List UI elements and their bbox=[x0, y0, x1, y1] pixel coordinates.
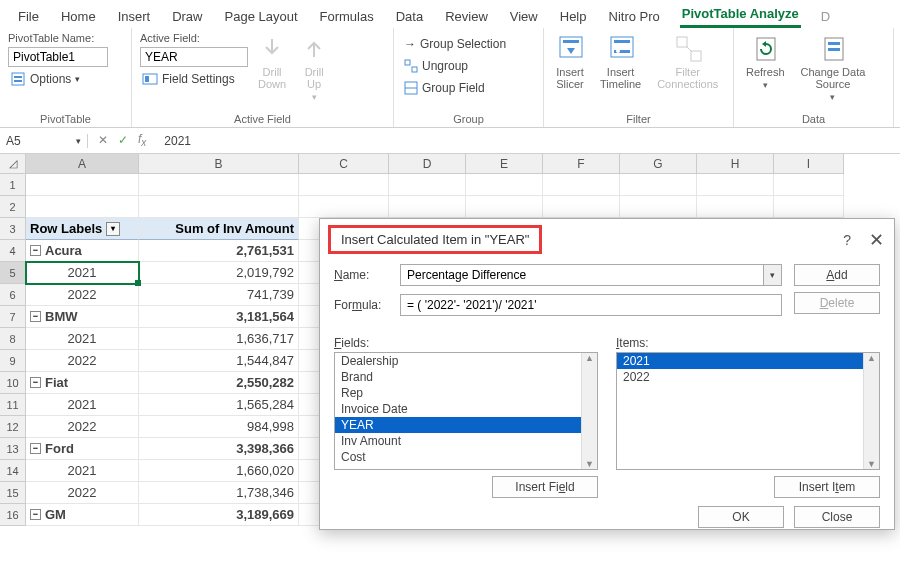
insert-slicer-button[interactable]: Insert Slicer bbox=[552, 32, 588, 113]
help-button[interactable]: ? bbox=[843, 232, 851, 248]
cell[interactable] bbox=[697, 196, 774, 218]
cell[interactable]: −Fiat bbox=[26, 372, 139, 394]
cell[interactable]: 984,998 bbox=[139, 416, 299, 438]
row-header-13[interactable]: 13 bbox=[0, 438, 26, 460]
cell[interactable]: 2022 bbox=[26, 416, 139, 438]
cell[interactable]: 2,761,531 bbox=[139, 240, 299, 262]
cell[interactable]: 2022 bbox=[26, 284, 139, 306]
cell[interactable]: −Acura bbox=[26, 240, 139, 262]
cell[interactable]: 2021 bbox=[26, 262, 139, 284]
tab-data[interactable]: Data bbox=[394, 7, 425, 28]
scrollbar[interactable]: ▲▼ bbox=[581, 353, 597, 469]
cell[interactable]: 2021 bbox=[26, 460, 139, 482]
add-button[interactable]: Add bbox=[794, 264, 880, 286]
cell[interactable]: −Ford bbox=[26, 438, 139, 460]
insert-timeline-button[interactable]: Insert Timeline bbox=[596, 32, 645, 113]
tab-cutoff[interactable]: D bbox=[819, 7, 832, 28]
list-item[interactable]: YEAR bbox=[335, 417, 597, 433]
row-header-10[interactable]: 10 bbox=[0, 372, 26, 394]
items-listbox[interactable]: 20212022▲▼ bbox=[616, 352, 880, 470]
row-header-14[interactable]: 14 bbox=[0, 460, 26, 482]
active-field-input[interactable] bbox=[140, 47, 248, 67]
tab-help[interactable]: Help bbox=[558, 7, 589, 28]
list-item[interactable]: Brand bbox=[335, 369, 597, 385]
ok-button[interactable]: OK bbox=[698, 506, 784, 528]
collapse-icon[interactable]: − bbox=[30, 443, 41, 454]
tab-formulas[interactable]: Formulas bbox=[318, 7, 376, 28]
row-header-2[interactable]: 2 bbox=[0, 196, 26, 218]
tab-file[interactable]: File bbox=[16, 7, 41, 28]
name-dropdown[interactable]: ▾ bbox=[764, 264, 782, 286]
cell[interactable]: 1,544,847 bbox=[139, 350, 299, 372]
cell[interactable]: 3,181,564 bbox=[139, 306, 299, 328]
tab-nitro-pro[interactable]: Nitro Pro bbox=[607, 7, 662, 28]
row-header-11[interactable]: 11 bbox=[0, 394, 26, 416]
cell[interactable]: 2021 bbox=[26, 328, 139, 350]
row-header-8[interactable]: 8 bbox=[0, 328, 26, 350]
name-box[interactable]: A5 ▾ bbox=[0, 134, 88, 148]
row-header-6[interactable]: 6 bbox=[0, 284, 26, 306]
collapse-icon[interactable]: − bbox=[30, 311, 41, 322]
cell[interactable]: 1,738,346 bbox=[139, 482, 299, 504]
collapse-icon[interactable]: − bbox=[30, 245, 41, 256]
fields-listbox[interactable]: DealershipBrandRepInvoice DateYEARInv Am… bbox=[334, 352, 598, 470]
col-header-D[interactable]: D bbox=[389, 154, 466, 174]
col-header-B[interactable]: B bbox=[139, 154, 299, 174]
filter-dropdown-icon[interactable]: ▾ bbox=[106, 222, 120, 236]
collapse-icon[interactable]: − bbox=[30, 509, 41, 520]
delete-button[interactable]: Delete bbox=[794, 292, 880, 314]
cell[interactable]: 1,636,717 bbox=[139, 328, 299, 350]
change-data-source-button[interactable]: Change Data Source ▾ bbox=[797, 32, 870, 113]
col-header-H[interactable]: H bbox=[697, 154, 774, 174]
cell[interactable]: 2,019,792 bbox=[139, 262, 299, 284]
row-header-16[interactable]: 16 bbox=[0, 504, 26, 526]
cell[interactable]: Sum of Inv Amount bbox=[139, 218, 299, 240]
cell[interactable]: 2022 bbox=[26, 482, 139, 504]
formula-bar-value[interactable]: 2021 bbox=[156, 134, 199, 148]
cell[interactable] bbox=[620, 174, 697, 196]
tab-insert[interactable]: Insert bbox=[116, 7, 153, 28]
cell[interactable]: 2021 bbox=[26, 394, 139, 416]
cell[interactable] bbox=[543, 174, 620, 196]
fx-icon[interactable]: fx bbox=[138, 132, 146, 148]
group-selection-button[interactable]: →Group Selection bbox=[402, 36, 508, 52]
row-header-7[interactable]: 7 bbox=[0, 306, 26, 328]
list-item[interactable]: Cost bbox=[335, 449, 597, 465]
cell[interactable] bbox=[466, 174, 543, 196]
scrollbar[interactable]: ▲▼ bbox=[863, 353, 879, 469]
select-all-corner[interactable]: ◿ bbox=[0, 154, 26, 174]
close-icon[interactable]: ✕ bbox=[869, 229, 884, 251]
collapse-icon[interactable]: − bbox=[30, 377, 41, 388]
field-settings-button[interactable]: Field Settings bbox=[140, 70, 248, 88]
cell[interactable]: 3,189,669 bbox=[139, 504, 299, 526]
close-button[interactable]: Close bbox=[794, 506, 880, 528]
cancel-icon[interactable]: ✕ bbox=[98, 133, 108, 147]
list-item[interactable]: Rep bbox=[335, 385, 597, 401]
cell[interactable]: 1,660,020 bbox=[139, 460, 299, 482]
cell[interactable] bbox=[543, 196, 620, 218]
cell[interactable] bbox=[774, 174, 844, 196]
insert-field-button[interactable]: Insert Field bbox=[492, 476, 598, 498]
cell[interactable] bbox=[139, 174, 299, 196]
cell[interactable] bbox=[620, 196, 697, 218]
cell[interactable]: 1,565,284 bbox=[139, 394, 299, 416]
cell[interactable] bbox=[26, 174, 139, 196]
chevron-down-icon[interactable]: ▾ bbox=[76, 136, 81, 146]
cell[interactable] bbox=[299, 196, 389, 218]
name-input[interactable] bbox=[400, 264, 764, 286]
row-header-9[interactable]: 9 bbox=[0, 350, 26, 372]
row-header-12[interactable]: 12 bbox=[0, 416, 26, 438]
row-header-1[interactable]: 1 bbox=[0, 174, 26, 196]
cell[interactable] bbox=[139, 196, 299, 218]
cell[interactable] bbox=[466, 196, 543, 218]
col-header-I[interactable]: I bbox=[774, 154, 844, 174]
cell[interactable]: 741,739 bbox=[139, 284, 299, 306]
tab-review[interactable]: Review bbox=[443, 7, 490, 28]
cell[interactable] bbox=[697, 174, 774, 196]
cell[interactable] bbox=[299, 174, 389, 196]
row-header-15[interactable]: 15 bbox=[0, 482, 26, 504]
list-item[interactable]: 2021 bbox=[617, 353, 879, 369]
cell[interactable] bbox=[774, 196, 844, 218]
row-header-3[interactable]: 3 bbox=[0, 218, 26, 240]
col-header-F[interactable]: F bbox=[543, 154, 620, 174]
